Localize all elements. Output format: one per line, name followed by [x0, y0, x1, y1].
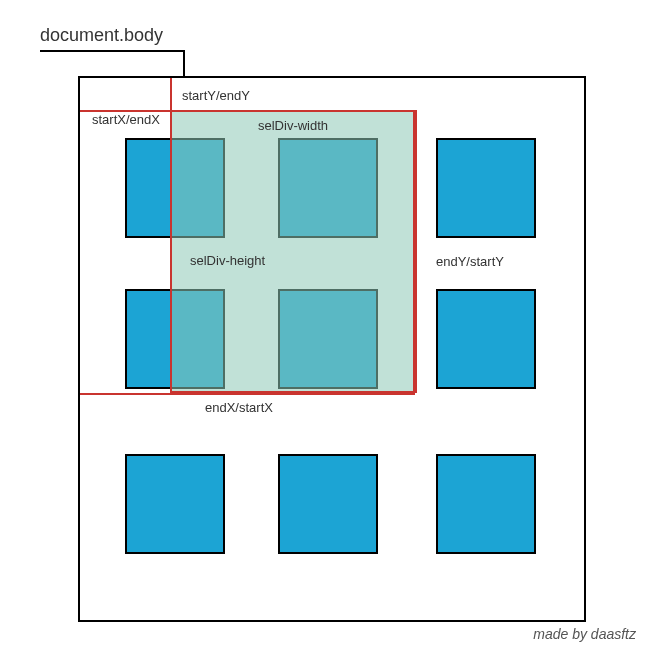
element-box [436, 289, 536, 389]
guide-top-vertical [170, 78, 172, 110]
label-height: selDiv-height [190, 253, 265, 268]
title-bracket-vertical [183, 50, 185, 76]
diagram-stage: document.body startX/endX startY/endY se… [0, 0, 650, 650]
grid-cell [416, 259, 584, 440]
grid-cell [416, 78, 584, 259]
element-box [278, 454, 378, 554]
document-body-box: startX/endX startY/endY selDiv-width sel… [78, 76, 586, 622]
grid-cell [248, 439, 416, 620]
credit-text: made by daasftz [533, 626, 636, 642]
grid-cell [80, 439, 248, 620]
title-bracket-horizontal [40, 50, 183, 52]
guide-right-vertical [415, 110, 417, 393]
label-endy: endY/startY [436, 254, 504, 269]
guide-bottom-horizontal [80, 393, 415, 395]
page-title: document.body [40, 25, 163, 46]
element-box [125, 454, 225, 554]
label-endx: endX/startX [205, 400, 273, 415]
element-box [436, 454, 536, 554]
grid-cell [416, 439, 584, 620]
label-width: selDiv-width [258, 118, 328, 133]
label-startx: startX/endX [92, 112, 160, 127]
element-box [436, 138, 536, 238]
selection-box[interactable] [170, 110, 415, 393]
label-starty: startY/endY [182, 88, 250, 103]
